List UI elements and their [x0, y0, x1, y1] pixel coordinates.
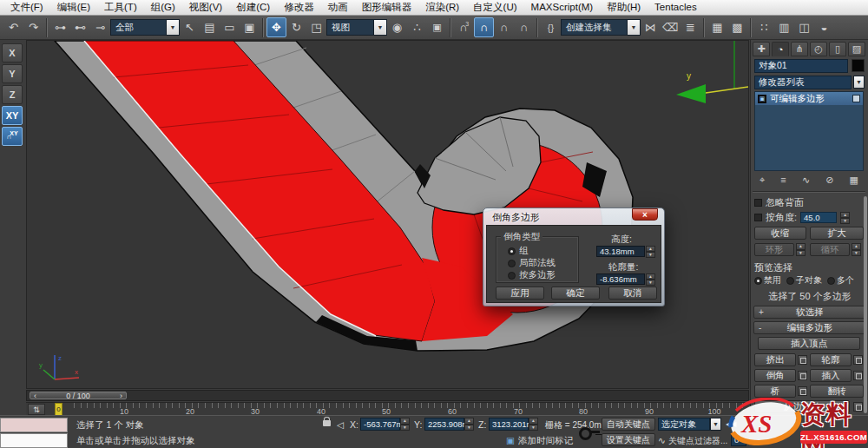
ring-button[interactable]: 环形	[754, 243, 794, 256]
tab-motion[interactable]: ◴	[810, 42, 827, 56]
track-bar[interactable]: ⇅ 0 10 20 30 40 50 60 70 80 90 100	[26, 402, 749, 415]
bind-spacewarp-icon[interactable]: ⊸	[90, 17, 110, 37]
menu-edit[interactable]: 编辑(E)	[50, 0, 97, 15]
extrude-settings-icon[interactable]	[798, 355, 807, 365]
collapse-icon[interactable]: -	[759, 323, 761, 333]
select-by-name-icon[interactable]: ▤	[200, 17, 220, 37]
preview-disable-option[interactable]: 禁用	[764, 274, 781, 287]
selection-lock-icon[interactable]	[323, 420, 331, 426]
dropdown-arrow-icon[interactable]: ▼	[166, 20, 179, 35]
tab-utilities[interactable]: ▨	[848, 42, 865, 56]
render-setup-icon[interactable]: ▥	[774, 17, 794, 37]
radio-by-polygon-option[interactable]: 按多边形	[508, 269, 556, 281]
configure-stack-icon[interactable]: ▦	[850, 175, 858, 186]
grow-button[interactable]: 扩大	[810, 227, 864, 240]
expand-icon[interactable]: +	[759, 307, 764, 317]
menu-graph-editors[interactable]: 图形编辑器	[355, 0, 419, 15]
manipulate-icon[interactable]: ∴	[407, 17, 427, 37]
snap-xy-button[interactable]: ∩XY	[2, 127, 23, 146]
z-spinner[interactable]: ▴▾	[529, 418, 538, 431]
maxscript-listener-pink[interactable]	[0, 418, 68, 432]
angle-snap-icon[interactable]: ∩	[494, 17, 514, 37]
height-field[interactable]: 43.18mm	[596, 246, 645, 257]
menu-file[interactable]: 文件(F)	[3, 0, 50, 15]
key-filters-button[interactable]: 关键点过滤器...	[668, 435, 727, 447]
make-unique-icon[interactable]: ∿	[802, 175, 810, 186]
bevel-settings-icon[interactable]	[798, 371, 807, 380]
render-production-icon[interactable]: ◒	[814, 17, 834, 37]
axis-xy-button[interactable]: XY	[2, 106, 23, 125]
frame-forward-icon[interactable]: ›	[120, 392, 122, 400]
transform-typein-icon[interactable]: ◁	[337, 419, 344, 430]
unlink-icon[interactable]: ⊷	[70, 17, 90, 37]
trackbar-mode-icon[interactable]: ⇅	[28, 404, 45, 415]
reference-coord-dropdown[interactable]: 视图 ▼	[326, 19, 387, 36]
dropdown-arrow-icon[interactable]: ▼	[627, 20, 640, 35]
inset-settings-icon[interactable]	[853, 371, 863, 380]
spin-down-icon[interactable]: ▾	[646, 280, 655, 286]
radio-icon[interactable]	[508, 247, 516, 255]
bridge-button[interactable]: 桥	[754, 385, 796, 398]
checkbox-icon[interactable]	[754, 214, 762, 221]
material-editor-icon[interactable]: ∷	[754, 17, 774, 37]
x-coord-field[interactable]: -563.767m	[360, 418, 400, 431]
radio-local-normal-option[interactable]: 局部法线	[508, 257, 556, 269]
menu-create[interactable]: 创建(C)	[229, 0, 277, 15]
menu-animation[interactable]: 动画	[321, 0, 355, 15]
spin-down-icon[interactable]: ▾	[646, 252, 655, 258]
ignore-backfacing-row[interactable]: 忽略背面	[754, 196, 865, 209]
scale-icon[interactable]: ◳	[306, 17, 326, 37]
set-key-button[interactable]: 设置关键点	[602, 433, 655, 446]
y-coord-field[interactable]: 2253.908m	[424, 418, 464, 431]
angle-value-field[interactable]: 45.0	[800, 212, 837, 223]
ok-button[interactable]: 确定	[551, 287, 600, 300]
spin-up-icon[interactable]: ▴	[646, 246, 655, 252]
loop-spinner[interactable]: ▴▾	[852, 243, 861, 256]
radio-group-option[interactable]: 组	[508, 245, 529, 257]
named-selection-icon[interactable]: {}	[541, 17, 561, 37]
radio-icon[interactable]	[508, 272, 516, 280]
object-name-field[interactable]: 对象01	[754, 59, 848, 73]
add-time-tag[interactable]: 添加时间标记	[518, 435, 573, 447]
flip-button[interactable]: 翻转	[810, 385, 864, 398]
angle-spinner[interactable]: ▴▾	[840, 212, 850, 223]
y-spinner[interactable]: ▴▾	[464, 418, 474, 431]
radio-icon[interactable]	[754, 277, 762, 285]
ring-spinner[interactable]: ▴▾	[796, 243, 806, 256]
rotate-icon[interactable]: ↻	[286, 17, 306, 37]
mirror-icon[interactable]: ⋈	[641, 17, 661, 37]
curve-editor-icon[interactable]: ▦	[707, 17, 727, 37]
preview-subobject-option[interactable]: 子对象	[796, 274, 822, 287]
auto-key-button[interactable]: 自动关键点	[602, 418, 655, 431]
move-icon[interactable]: ✥	[266, 17, 286, 37]
radio-icon[interactable]	[827, 277, 835, 285]
pin-stack-icon[interactable]: ⌖	[760, 175, 765, 186]
tab-display[interactable]: ▯	[829, 42, 846, 56]
menu-rendering[interactable]: 渲染(R)	[418, 0, 466, 15]
height-spinner[interactable]: ▴ ▾	[646, 246, 655, 257]
inset-button[interactable]: 插入	[810, 369, 852, 382]
spin-up-icon[interactable]: ▴	[646, 273, 655, 280]
axis-z-button[interactable]: Z	[2, 85, 23, 104]
bridge-settings-icon[interactable]	[798, 386, 807, 396]
dropdown-arrow-icon[interactable]: ▼	[710, 418, 721, 431]
menu-maxscript[interactable]: MAXScript(M)	[524, 0, 601, 15]
dropdown-arrow-icon[interactable]: ▼	[853, 76, 865, 89]
selection-filter-dropdown[interactable]: 全部 ▼	[110, 19, 180, 36]
maxscript-listener-white[interactable]	[0, 433, 68, 448]
percent-snap-icon[interactable]: ∩	[514, 17, 534, 37]
preview-multiple-option[interactable]: 多个	[837, 274, 854, 287]
dropdown-arrow-icon[interactable]: ▼	[373, 20, 386, 35]
x-spinner[interactable]: ▴▾	[400, 418, 410, 431]
menu-tools[interactable]: 工具(T)	[97, 0, 144, 15]
menu-modifiers[interactable]: 修改器	[277, 0, 321, 15]
panel-scrollbar[interactable]	[864, 196, 867, 413]
tab-create[interactable]: ✚	[753, 42, 770, 56]
bevel-button[interactable]: 倒角	[754, 369, 796, 382]
select-link-icon[interactable]: ⊶	[50, 17, 70, 37]
checkbox-icon[interactable]	[754, 199, 762, 207]
named-selection-dropdown[interactable]: 创建选择集 ▼	[561, 19, 641, 36]
by-angle-row[interactable]: 按角度: 45.0 ▴▾	[754, 211, 865, 224]
outline-button[interactable]: 轮廓	[810, 353, 852, 366]
tab-hierarchy[interactable]: ⋔	[791, 42, 808, 56]
